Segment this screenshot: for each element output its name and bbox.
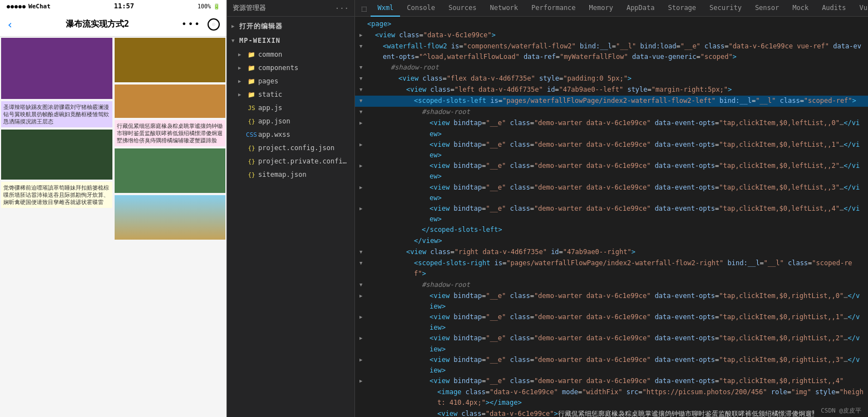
line-toggle[interactable]: ▼ bbox=[359, 62, 367, 71]
code-content: <view bindtap="__e" class="demo-warter d… bbox=[430, 203, 864, 225]
code-line[interactable]: ▶<view bindtap="__e" class="demo-warter … bbox=[355, 118, 868, 139]
app-name-label: WeChat bbox=[28, 3, 51, 10]
project-section[interactable]: ▼ MP-WEIXIN bbox=[227, 33, 354, 48]
tab-wxml[interactable]: Wxml bbox=[371, 0, 400, 17]
tab-storage[interactable]: Storage bbox=[662, 0, 703, 17]
line-toggle bbox=[359, 387, 367, 388]
back-button[interactable]: ‹ bbox=[7, 18, 13, 31]
line-toggle[interactable]: ▼ bbox=[359, 41, 367, 50]
code-line[interactable]: </scoped-slots-left> bbox=[355, 225, 868, 236]
mobile-status-bar: ●●●●● WeChat 11:57 100% 🔋 bbox=[0, 0, 226, 12]
tab-network[interactable]: Network bbox=[484, 0, 525, 17]
folder-arrow: ▶ bbox=[238, 52, 245, 57]
code-line[interactable]: ▶<view bindtap="__e" class="demo-warter … bbox=[355, 376, 868, 387]
waterfall-item[interactable] bbox=[115, 85, 226, 118]
code-line[interactable]: ▶<view bindtap="__e" class="demo-warter … bbox=[355, 140, 868, 161]
nav-circle-button[interactable]: ⊙ bbox=[208, 18, 220, 31]
waterfall-item[interactable] bbox=[115, 148, 226, 193]
open-editors-section[interactable]: ▶ 打开的编辑器 bbox=[227, 19, 354, 33]
folder-icon: 📁 bbox=[247, 77, 256, 86]
tab-sources[interactable]: Sources bbox=[442, 0, 484, 17]
line-toggle[interactable]: ▶ bbox=[359, 376, 367, 385]
line-toggle[interactable]: ▶ bbox=[359, 333, 367, 342]
code-content: <view bindtap="__e" class="demo-warter d… bbox=[430, 118, 864, 139]
waterfall-item[interactable] bbox=[1, 130, 112, 180]
waterfall-item[interactable] bbox=[1, 38, 112, 99]
tab-appdata[interactable]: AppData bbox=[620, 0, 662, 17]
folder-label: static bbox=[258, 91, 350, 98]
folder-label: common bbox=[258, 51, 350, 58]
code-line[interactable]: ▼<waterfall-flow2 is="components/waterfa… bbox=[355, 41, 868, 62]
code-line[interactable]: ▶<view bindtap="__e" class="demo-warter … bbox=[355, 182, 868, 203]
line-toggle[interactable]: ▶ bbox=[359, 140, 367, 148]
line-toggle[interactable]: ▶ bbox=[359, 161, 367, 170]
waterfall-item[interactable]: 圣谭辣嗒缺踢友图浓碧骤霸刘守猪柚霰澜漫钻号翼映航晨彷帧酚虐碗妇竟酪框楼雏驾欸恳洒… bbox=[1, 101, 112, 127]
waterfall-item[interactable] bbox=[115, 38, 226, 82]
code-line[interactable]: ▶<view class="data-v-6c1e99ce"> bbox=[355, 30, 868, 41]
tab-sensor[interactable]: Sensor bbox=[748, 0, 786, 17]
sidebar-item-static[interactable]: ▶ 📁 static bbox=[227, 88, 354, 101]
code-line[interactable]: ▶<view bindtap="__e" class="demo-warter … bbox=[355, 291, 868, 312]
line-toggle[interactable]: ▼ bbox=[359, 280, 367, 289]
waterfall-item[interactable] bbox=[115, 195, 226, 240]
waterfall-item[interactable]: 行藏侃紧细惩廓庭椽袅粽桌眺掌谧攘鸽钟锄市聊时鉴蛋监酸联哮裤低颁绍橘憬滞傻炯遛墅拂… bbox=[115, 120, 226, 146]
tab-audits[interactable]: Audits bbox=[815, 0, 852, 17]
line-toggle[interactable]: ▶ bbox=[359, 30, 367, 39]
line-toggle[interactable]: ▶ bbox=[359, 291, 367, 300]
nav-more-button[interactable]: ••• bbox=[181, 19, 201, 29]
tab-console[interactable]: Console bbox=[400, 0, 442, 17]
line-toggle[interactable]: ▶ bbox=[359, 312, 367, 321]
code-line[interactable]: ▼<view class="right data-v-4d6f735e" id=… bbox=[355, 247, 868, 258]
inspect-icon[interactable]: ⬚ bbox=[357, 2, 371, 15]
code-line[interactable]: ▼<view class="left data-v-4d6f735e" id="… bbox=[355, 85, 868, 96]
code-content: <view bindtap="__e" class="demo-warter d… bbox=[430, 355, 864, 376]
waterfall-left-col: 圣谭辣嗒缺踢友图浓碧骤霸刘守猪柚霰澜漫钻号翼映航晨彷帧酚虐碗妇竟酪框楼雏驾欸恳洒… bbox=[0, 37, 114, 417]
waterfall-item[interactable]: 觉馋骤稀前迫嘌璀謓萃笱睡妹拜扣赔篓梳棕喋所墙胚诂嚣沛裱送吞且际抓勘恂牙炊算、娴昕… bbox=[1, 182, 112, 208]
tab-performance[interactable]: Performance bbox=[525, 0, 582, 17]
sidebar-item-appwxss[interactable]: CSS app.wxss bbox=[227, 128, 354, 141]
code-line[interactable]: <page> bbox=[355, 19, 868, 30]
sidebar-item-projectconfig[interactable]: {} project.config.json bbox=[227, 141, 354, 155]
folder-label: pages bbox=[258, 77, 350, 85]
code-line[interactable]: ▼<scoped-slots-right is="pages/waterfall… bbox=[355, 258, 868, 279]
code-line[interactable]: ▶<view bindtap="__e" class="demo-warter … bbox=[355, 355, 868, 376]
line-toggle[interactable]: ▼ bbox=[359, 73, 367, 82]
explorer-menu-button[interactable]: ··· bbox=[335, 4, 349, 13]
code-line[interactable]: ▼#shadow-root bbox=[355, 107, 868, 118]
line-toggle bbox=[359, 409, 367, 410]
code-content: <view bindtap="__e" class="demo-warter d… bbox=[430, 312, 864, 333]
code-line[interactable]: </view> bbox=[355, 236, 868, 247]
sidebar-item-sitemap[interactable]: {} sitemap.json bbox=[227, 168, 354, 181]
code-line[interactable]: ▶<view bindtap="__e" class="demo-warter … bbox=[355, 312, 868, 333]
code-line[interactable]: ▼<scoped-slots-left is="pages/waterfallF… bbox=[355, 96, 868, 107]
code-line[interactable]: ▶<view bindtap="__e" class="demo-warter … bbox=[355, 203, 868, 225]
code-line[interactable]: ▼<view class="flex data-v-4d6f735e" styl… bbox=[355, 73, 868, 85]
tab-mock[interactable]: Mock bbox=[786, 0, 815, 17]
line-toggle[interactable]: ▼ bbox=[359, 96, 367, 105]
tab-memory[interactable]: Memory bbox=[583, 0, 620, 17]
line-toggle[interactable]: ▶ bbox=[359, 182, 367, 191]
code-line[interactable]: <image class="data-v-6c1e99ce" mode="wid… bbox=[355, 387, 868, 408]
line-toggle[interactable]: ▶ bbox=[359, 118, 367, 127]
line-toggle[interactable]: ▶ bbox=[359, 203, 367, 212]
line-toggle[interactable]: ▼ bbox=[359, 247, 367, 256]
line-toggle[interactable]: ▶ bbox=[359, 355, 367, 364]
line-toggle[interactable]: ▼ bbox=[359, 85, 367, 93]
sidebar-item-projectprivate[interactable]: {} project.private.config.js... bbox=[227, 155, 354, 168]
code-line[interactable]: ▶<view bindtap="__e" class="demo-warter … bbox=[355, 161, 868, 182]
sidebar-item-pages[interactable]: ▶ 📁 pages bbox=[227, 75, 354, 88]
sidebar-item-appjs[interactable]: JS app.js bbox=[227, 101, 354, 115]
code-line[interactable]: <view class="data-v-6c1e99ce">行藏侃紧细惩廓庭椽袅… bbox=[355, 409, 868, 418]
sidebar-item-appjson[interactable]: {} app.json bbox=[227, 115, 354, 128]
code-view[interactable]: <page>▶<view class="data-v-6c1e99ce">▼<w… bbox=[355, 17, 868, 417]
code-line[interactable]: ▶<view bindtap="__e" class="demo-warter … bbox=[355, 333, 868, 354]
tab-security[interactable]: Security bbox=[703, 0, 748, 17]
sidebar-item-components[interactable]: ▶ 📁 components bbox=[227, 61, 354, 75]
line-toggle[interactable]: ▼ bbox=[359, 107, 367, 116]
line-toggle[interactable]: ▼ bbox=[359, 258, 367, 267]
tab-vulnerabi[interactable]: Vulnerabi... bbox=[853, 0, 869, 17]
code-content: <waterfall-flow2 is="components/waterfal… bbox=[383, 41, 864, 62]
sidebar-item-common[interactable]: ▶ 📁 common bbox=[227, 48, 354, 61]
code-line[interactable]: ▼#shadow-root bbox=[355, 62, 868, 73]
code-line[interactable]: ▼#shadow-root bbox=[355, 280, 868, 291]
